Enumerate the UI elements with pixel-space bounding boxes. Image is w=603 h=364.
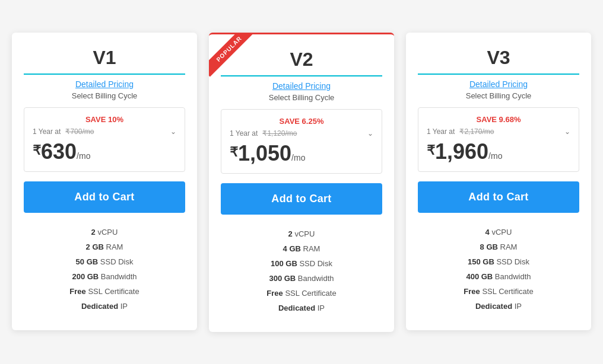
feature-item-1: 8 GB RAM — [418, 240, 579, 254]
billing-cycle-label-v1: Select Billing Cycle — [24, 91, 185, 100]
rupee-symbol-v1: ₹ — [33, 143, 41, 158]
chevron-icon-v3[interactable]: ⌄ — [564, 127, 570, 136]
feature-item-2: 150 GB SSD Disk — [418, 254, 579, 269]
feature-bold-0: 2 — [91, 228, 96, 237]
feature-text-0: vCPU — [490, 228, 512, 237]
year-row-v1: 1 Year at ₹700/mo ⌄ — [33, 127, 176, 136]
detailed-pricing-link-v3[interactable]: Detailed Pricing — [418, 79, 579, 89]
feature-item-0: 4 vCPU — [418, 225, 579, 240]
save-label-v1: SAVE 10% — [33, 115, 176, 124]
feature-item-4: Free SSL Certificate — [221, 286, 382, 301]
feature-bold-0: 4 — [485, 228, 490, 237]
year-text-v3: 1 Year at — [427, 127, 455, 136]
year-text-v2: 1 Year at — [230, 129, 258, 138]
plans-container: V1 Detailed Pricing Select Billing Cycle… — [12, 33, 591, 332]
features-list-v1: 2 vCPU 2 GB RAM 50 GB SSD Disk 200 GB Ba… — [24, 225, 185, 314]
feature-bold-5: Dedicated — [278, 304, 315, 312]
strike-price-v3: ₹2,170/mo — [459, 127, 494, 136]
feature-bold-0: 2 — [288, 229, 293, 238]
feature-text-2: SSD Disk — [494, 257, 529, 266]
feature-text-1: RAM — [498, 242, 518, 251]
feature-item-0: 2 vCPU — [24, 225, 185, 240]
feature-item-2: 50 GB SSD Disk — [24, 254, 185, 269]
feature-item-2: 100 GB SSD Disk — [221, 256, 382, 271]
feature-bold-1: 8 GB — [480, 242, 498, 251]
billing-cycle-label-v2: Select Billing Cycle — [221, 93, 382, 102]
feature-bold-5: Dedicated — [475, 302, 512, 311]
features-list-v2: 2 vCPU 4 GB RAM 100 GB SSD Disk 300 GB B… — [221, 226, 382, 315]
per-mo-v2: /mo — [291, 153, 305, 162]
plan-card-v1: V1 Detailed Pricing Select Billing Cycle… — [12, 33, 197, 330]
year-text-v1: 1 Year at — [33, 127, 61, 136]
feature-text-5: IP — [118, 302, 128, 311]
feature-text-3: Bandwidth — [493, 272, 531, 281]
feature-text-1: RAM — [104, 242, 123, 251]
feature-bold-1: 4 GB — [283, 244, 301, 253]
feature-bold-3: 200 GB — [72, 272, 99, 281]
feature-text-4: SSL Certificate — [283, 289, 337, 298]
rupee-symbol-v2: ₹ — [230, 145, 238, 160]
feature-bold-2: 100 GB — [271, 259, 297, 268]
feature-text-1: RAM — [301, 244, 320, 253]
pricing-box-v2: SAVE 6.25% 1 Year at ₹1,120/mo ⌄ ₹1,050/… — [221, 109, 382, 174]
feature-bold-2: 50 GB — [76, 257, 99, 266]
add-to-cart-button-v3[interactable]: Add to Cart — [418, 181, 579, 213]
feature-bold-2: 150 GB — [468, 257, 494, 266]
feature-item-4: Free SSL Certificate — [418, 284, 579, 299]
year-row-v2: 1 Year at ₹1,120/mo ⌄ — [230, 129, 373, 138]
detailed-pricing-link-v1[interactable]: Detailed Pricing — [24, 79, 185, 89]
feature-item-3: 400 GB Bandwidth — [418, 269, 579, 284]
feature-text-0: vCPU — [96, 228, 118, 237]
plan-title-v3: V3 — [418, 47, 579, 75]
feature-text-3: Bandwidth — [99, 272, 137, 281]
add-to-cart-button-v2[interactable]: Add to Cart — [221, 183, 382, 215]
feature-item-5: Dedicated IP — [418, 299, 579, 314]
feature-text-4: SSL Certificate — [86, 287, 139, 296]
chevron-icon-v1[interactable]: ⌄ — [170, 127, 176, 136]
feature-item-5: Dedicated IP — [221, 301, 382, 315]
current-price-v1: ₹630/mo — [33, 139, 176, 164]
feature-item-5: Dedicated IP — [24, 299, 185, 314]
feature-item-3: 300 GB Bandwidth — [221, 271, 382, 286]
pricing-box-v1: SAVE 10% 1 Year at ₹700/mo ⌄ ₹630/mo — [24, 107, 185, 172]
feature-text-5: IP — [512, 302, 522, 311]
feature-bold-5: Dedicated — [81, 302, 118, 311]
popular-badge-text: POPULAR — [209, 34, 256, 76]
save-label-v3: SAVE 9.68% — [427, 115, 570, 124]
plan-title-v1: V1 — [24, 47, 185, 75]
feature-bold-4: Free — [69, 287, 85, 296]
feature-bold-4: Free — [464, 287, 480, 296]
feature-text-4: SSL Certificate — [480, 287, 534, 296]
year-row-v3: 1 Year at ₹2,170/mo ⌄ — [427, 127, 570, 136]
per-mo-v1: /mo — [77, 151, 90, 161]
feature-bold-3: 300 GB — [269, 274, 296, 283]
feature-text-2: SSD Disk — [98, 257, 133, 266]
current-price-v3: ₹1,960/mo — [427, 139, 570, 164]
feature-bold-1: 2 GB — [86, 242, 104, 251]
rupee-symbol-v3: ₹ — [427, 143, 435, 158]
feature-text-5: IP — [315, 304, 325, 312]
feature-text-0: vCPU — [293, 229, 315, 238]
add-to-cart-button-v1[interactable]: Add to Cart — [24, 181, 185, 213]
feature-item-1: 2 GB RAM — [24, 240, 185, 254]
feature-bold-4: Free — [266, 289, 283, 298]
strike-price-v1: ₹700/mo — [65, 127, 94, 136]
save-label-v2: SAVE 6.25% — [230, 117, 373, 126]
strike-price-v2: ₹1,120/mo — [262, 129, 297, 138]
current-price-v2: ₹1,050/mo — [230, 141, 373, 166]
plan-card-v2: POPULAR V2 Detailed Pricing Select Billi… — [209, 33, 394, 332]
feature-item-3: 200 GB Bandwidth — [24, 269, 185, 284]
per-mo-v3: /mo — [488, 151, 502, 161]
plan-card-v3: V3 Detailed Pricing Select Billing Cycle… — [406, 33, 591, 330]
feature-item-4: Free SSL Certificate — [24, 284, 185, 299]
feature-item-0: 2 vCPU — [221, 226, 382, 241]
chevron-icon-v2[interactable]: ⌄ — [367, 129, 373, 138]
pricing-box-v3: SAVE 9.68% 1 Year at ₹2,170/mo ⌄ ₹1,960/… — [418, 107, 579, 172]
billing-cycle-label-v3: Select Billing Cycle — [418, 91, 579, 100]
popular-badge: POPULAR — [209, 34, 256, 82]
features-list-v3: 4 vCPU 8 GB RAM 150 GB SSD Disk 400 GB B… — [418, 225, 579, 314]
feature-bold-3: 400 GB — [466, 272, 493, 281]
feature-item-1: 4 GB RAM — [221, 241, 382, 256]
detailed-pricing-link-v2[interactable]: Detailed Pricing — [221, 81, 382, 91]
feature-text-2: SSD Disk — [297, 259, 332, 268]
